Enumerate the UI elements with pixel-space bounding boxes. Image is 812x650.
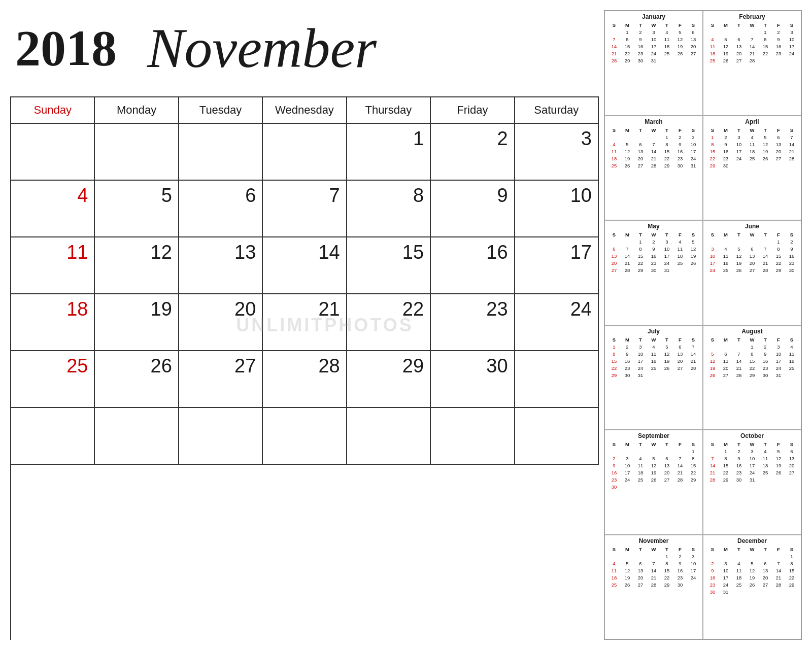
- mini-day: 15: [772, 253, 785, 259]
- mini-day-empty: [607, 238, 621, 245]
- mini-cal-grid-september: SMTWTFS 12345678910111213141516171819202…: [607, 441, 700, 490]
- mini-day: 1: [785, 553, 798, 560]
- mini-day: 20: [772, 148, 785, 155]
- mini-day-empty: [607, 29, 621, 36]
- week-row-3: 11 12 13 14 15 16 17: [11, 237, 599, 294]
- mini-day: 8: [772, 246, 785, 252]
- mini-day-empty: [607, 553, 621, 560]
- mini-day-empty: [647, 448, 660, 455]
- mini-day: 22: [772, 260, 785, 266]
- mini-day: 27: [634, 162, 647, 169]
- mini-day: 24: [660, 260, 673, 266]
- mini-day: 26: [621, 581, 634, 588]
- mini-cal-january: JanuarySMTWTFS 1234567891011121314151617…: [604, 11, 703, 116]
- mini-day: 29: [687, 476, 700, 483]
- mini-day: 15: [746, 358, 759, 364]
- mini-day: 4: [660, 29, 673, 36]
- mini-day: 29: [660, 581, 673, 588]
- mini-day-empty: [746, 29, 759, 36]
- mini-cal-october: OctoberSMTWTFS 1234567891011121314151617…: [703, 430, 801, 535]
- mini-day: 27: [673, 365, 687, 371]
- mini-day: 4: [647, 344, 660, 350]
- mini-day: 15: [759, 43, 772, 50]
- day-cell-21: 21: [263, 294, 347, 350]
- mini-day-header: S: [687, 546, 700, 553]
- mini-day: 13: [772, 141, 785, 148]
- mini-day: 4: [607, 560, 621, 567]
- mini-day: 5: [719, 36, 732, 43]
- week-row-4: 18 19 20 21 22 23 24: [11, 294, 599, 351]
- mini-day-empty: [759, 238, 772, 245]
- mini-day: 8: [607, 351, 621, 357]
- mini-day: 24: [634, 365, 647, 371]
- mini-day: 12: [647, 462, 660, 469]
- mini-day: 30: [719, 162, 732, 169]
- mini-day: 11: [660, 36, 673, 43]
- main-grid: Sunday Monday Tuesday Wednesday Thursday…: [10, 96, 599, 640]
- mini-day-empty: [732, 238, 746, 245]
- mini-day: 30: [621, 372, 634, 379]
- mini-day: 2: [673, 553, 687, 560]
- mini-day: 11: [746, 141, 759, 148]
- mini-day: 23: [673, 155, 687, 162]
- mini-cal-grid-january: SMTWTFS 12345678910111213141516171819202…: [607, 22, 700, 64]
- mini-cal-grid-august: SMTWTFS 12345678910111213141516171819202…: [706, 336, 798, 379]
- mini-day: 4: [706, 36, 719, 43]
- mini-day-header: T: [660, 336, 673, 343]
- mini-day-empty: [772, 553, 785, 560]
- mini-day: 3: [719, 560, 732, 567]
- mini-day: 21: [607, 50, 621, 57]
- mini-day: 20: [785, 462, 798, 469]
- day-cell-18: 18: [11, 294, 95, 350]
- mini-day: 27: [660, 476, 673, 483]
- mini-day-header: S: [706, 22, 719, 28]
- mini-day: 15: [785, 567, 798, 574]
- mini-day: 27: [607, 267, 621, 273]
- mini-day: 26: [706, 372, 719, 379]
- mini-day: 13: [732, 43, 746, 50]
- mini-day: 28: [607, 57, 621, 64]
- mini-day-empty: [759, 553, 772, 560]
- day-cell: [347, 408, 431, 464]
- mini-day: 8: [785, 560, 798, 567]
- mini-day: 21: [732, 365, 746, 371]
- day-cell: [263, 408, 347, 464]
- mini-day-empty: [634, 553, 647, 560]
- mini-day: 17: [746, 462, 759, 469]
- mini-day: 5: [687, 238, 700, 245]
- mini-day: 1: [634, 238, 647, 245]
- mini-day: 16: [759, 358, 772, 364]
- mini-day: 1: [660, 134, 673, 141]
- mini-day-empty: [621, 553, 634, 560]
- mini-day-header: S: [607, 231, 621, 238]
- mini-day: 7: [785, 134, 798, 141]
- mini-day: 25: [647, 365, 660, 371]
- mini-day: 30: [706, 589, 719, 595]
- mini-day-header: S: [706, 231, 719, 238]
- mini-day: 31: [772, 372, 785, 379]
- mini-day: 25: [785, 365, 798, 371]
- mini-day: 24: [719, 581, 732, 588]
- mini-day: 19: [687, 253, 700, 259]
- day-cell: [179, 124, 263, 180]
- mini-day: 29: [607, 372, 621, 379]
- mini-day-header: T: [759, 231, 772, 238]
- mini-day: 2: [706, 560, 719, 567]
- day-cell-26: 26: [95, 351, 179, 407]
- mini-cal-grid-november: SMTWTFS 12345678910111213141516171819202…: [607, 546, 700, 588]
- mini-day: 18: [746, 148, 759, 155]
- weeks-grid: 1 2 3 4 5 6 7 8 9 10 11 12: [11, 124, 599, 465]
- mini-day: 24: [647, 50, 660, 57]
- mini-day: 1: [687, 448, 700, 455]
- mini-day: 6: [660, 455, 673, 462]
- mini-day: 18: [732, 574, 746, 581]
- mini-day: 22: [607, 365, 621, 371]
- mini-cal-title-july: July: [607, 328, 700, 335]
- mini-day-empty: [673, 448, 687, 455]
- mini-day: 3: [785, 29, 798, 36]
- mini-day-header: T: [634, 336, 647, 343]
- mini-day: 16: [634, 43, 647, 50]
- mini-day-header: W: [746, 441, 759, 448]
- mini-day: 1: [772, 238, 785, 245]
- mini-day: 9: [621, 351, 634, 357]
